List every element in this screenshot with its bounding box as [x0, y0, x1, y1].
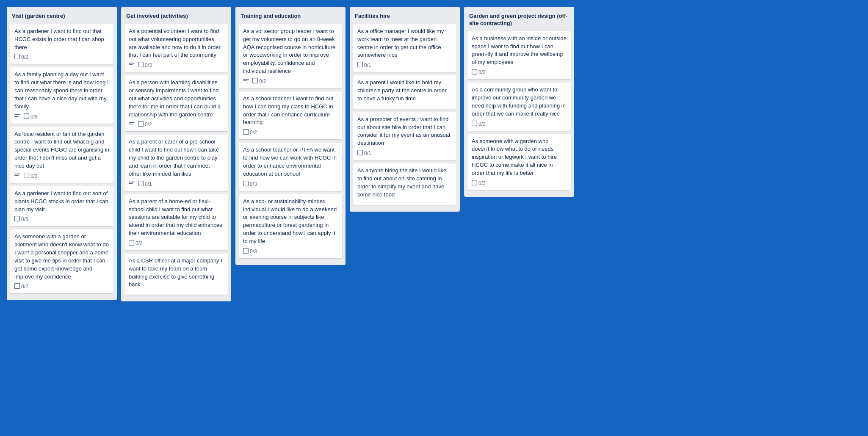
- check-icon: [24, 113, 29, 120]
- svg-rect-27: [472, 69, 477, 75]
- card[interactable]: As a business with an inside or outside …: [467, 31, 571, 79]
- column-header-garden-design: Garden and green project design (off-sit…: [467, 10, 571, 31]
- badge-label: 0/1: [145, 181, 152, 187]
- card[interactable]: As a family planning a day out I want to…: [10, 67, 113, 123]
- card[interactable]: As someone with a garden or allotment wh…: [10, 229, 113, 293]
- svg-rect-5: [14, 175, 19, 176]
- card[interactable]: As a parent or carer of a pre-school chi…: [124, 135, 228, 190]
- card[interactable]: As a person with learning disabilities o…: [124, 75, 228, 131]
- check-icon: [129, 240, 134, 247]
- card-footer: 0/8: [14, 113, 109, 120]
- card-text: As a CSR officer at a major company I wa…: [129, 257, 224, 289]
- svg-rect-13: [129, 124, 133, 124]
- card-badge: 0/3: [472, 121, 486, 127]
- svg-rect-26: [358, 150, 363, 155]
- card[interactable]: As a school teacher I want to find out h…: [239, 91, 342, 139]
- badge-label: 0/1: [364, 62, 371, 68]
- card-text: As a office manager I would like my work…: [357, 28, 452, 59]
- svg-rect-29: [472, 180, 477, 185]
- svg-rect-28: [472, 121, 477, 126]
- card-footer: 0/2: [472, 180, 567, 187]
- svg-rect-0: [15, 54, 20, 59]
- card-footer: 0/3: [243, 181, 338, 188]
- badge-label: 0/3: [145, 62, 152, 68]
- card-footer: 0/3: [243, 248, 338, 255]
- svg-rect-21: [253, 78, 258, 83]
- card-text: As a school teacher or PTFA we want to f…: [243, 146, 338, 178]
- svg-rect-4: [14, 174, 20, 174]
- card-badge: 0/2: [472, 180, 486, 187]
- svg-rect-8: [15, 284, 20, 289]
- lines-icon: [129, 121, 135, 127]
- badge-label: 0/3: [250, 248, 257, 254]
- check-icon: [472, 69, 477, 76]
- svg-rect-23: [243, 181, 249, 186]
- badge-label: 0/2: [250, 130, 257, 135]
- card[interactable]: As a potential volunteer I want to find …: [124, 24, 228, 72]
- card-text: As a business with an inside or outside …: [472, 35, 567, 66]
- card-footer: 0/1: [357, 62, 452, 69]
- card[interactable]: As a community group who want to improve…: [467, 83, 571, 130]
- badge-label: 0/8: [30, 114, 38, 120]
- card[interactable]: As a school teacher or PTFA we want to f…: [239, 143, 342, 190]
- column-get-involved: Get involved (activities)As a potential …: [121, 7, 231, 301]
- card-badge: 0/1: [357, 62, 371, 69]
- card-badge: 0/2: [14, 283, 28, 290]
- card[interactable]: As a gardener I want to find out sort of…: [10, 186, 113, 226]
- card-footer: 0/5: [14, 216, 109, 223]
- check-icon: [252, 78, 258, 85]
- card-text: As a eco- or sustainability-minded indiv…: [243, 198, 338, 246]
- card[interactable]: As a office manager I would like my work…: [353, 24, 456, 72]
- card[interactable]: As anyone hiring the site I would like t…: [353, 163, 456, 204]
- card-footer: 0/2: [14, 54, 109, 61]
- card[interactable]: As a promoter of events I want to find o…: [353, 112, 456, 160]
- check-icon: [243, 129, 249, 136]
- column-facilities: Facilities hireAs a office manager I wou…: [350, 7, 460, 212]
- svg-rect-18: [129, 240, 134, 245]
- card-badge: 0/2: [14, 54, 28, 61]
- check-icon: [243, 181, 249, 188]
- card-badge: 0/1: [138, 181, 152, 188]
- badge-label: 0/2: [135, 240, 143, 246]
- svg-rect-12: [129, 122, 135, 123]
- card-badge: 0/5: [14, 216, 28, 223]
- card-badge: 0/2: [129, 240, 143, 247]
- card-badge: [14, 114, 20, 120]
- card[interactable]: As a parent I would like to hold my chil…: [353, 75, 456, 109]
- card[interactable]: As a eco- or sustainability-minded indiv…: [239, 194, 342, 258]
- svg-rect-20: [243, 80, 247, 81]
- card-badge: [243, 78, 249, 84]
- card-badge: [129, 181, 135, 187]
- svg-rect-9: [129, 63, 135, 63]
- check-icon: [472, 121, 477, 127]
- svg-rect-24: [243, 248, 249, 253]
- card[interactable]: As someone with a garden who doesn't kno…: [467, 134, 571, 190]
- card-badge: [129, 62, 135, 68]
- card-badge: 0/2: [252, 78, 266, 85]
- card-footer: 0/2: [14, 283, 109, 290]
- check-icon: [14, 54, 20, 61]
- check-icon: [138, 62, 144, 69]
- badge-label: 0/3: [478, 69, 486, 75]
- card-text: As a vol sector group leader I want to g…: [243, 28, 338, 75]
- badge-label: 0/3: [30, 173, 38, 179]
- card-text: As a promoter of events I want to find o…: [357, 116, 452, 147]
- card[interactable]: As local resident or fan of the garden c…: [10, 127, 113, 183]
- card-footer: 0/3: [472, 121, 567, 127]
- card-badge: 0/1: [357, 150, 371, 157]
- card[interactable]: As a vol sector group leader I want to g…: [239, 24, 342, 88]
- card[interactable]: As a CSR officer at a major company I wa…: [124, 254, 228, 295]
- card[interactable]: As a gardener I want to find out that HC…: [10, 24, 113, 64]
- badge-label: 0/5: [21, 216, 28, 222]
- card[interactable]: As a parent of a home-ed or flexi-school…: [124, 194, 228, 250]
- card-footer: 0/2: [243, 129, 338, 136]
- svg-rect-19: [243, 79, 249, 80]
- card-text: As anyone hiring the site I would like t…: [357, 167, 452, 199]
- card-footer: 0/3: [14, 173, 109, 179]
- card-text: As a gardener I want to find out sort of…: [14, 190, 109, 214]
- column-header-training: Training and education: [239, 10, 342, 24]
- card-badge: 0/8: [24, 113, 38, 120]
- card-footer: 0/2: [129, 121, 224, 128]
- card-text: As a person with learning disabilities o…: [129, 79, 224, 119]
- check-icon: [243, 248, 249, 255]
